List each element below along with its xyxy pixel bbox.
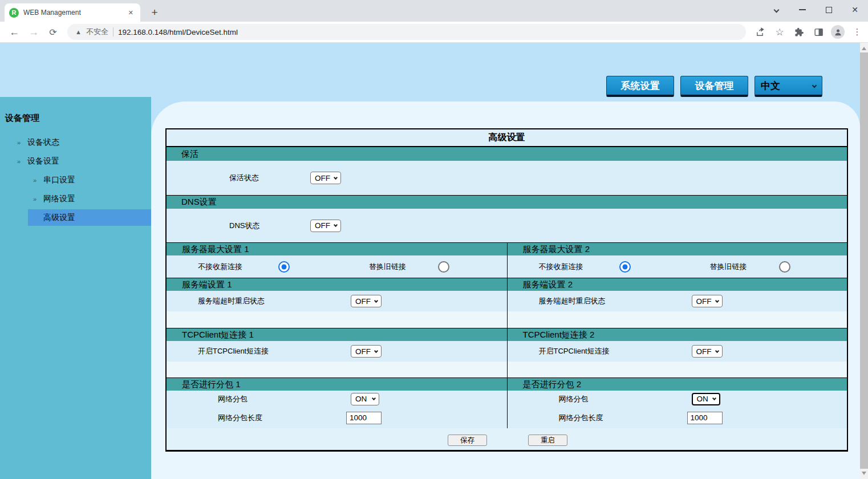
network-packet-label: 网络分包 [559, 394, 589, 404]
chevron-down-icon [374, 348, 378, 352]
minimize-button[interactable] [789, 0, 816, 19]
keepalive-row: 保活状态 OFF [167, 161, 847, 195]
sidebar: 设备管理 » 设备状态 » 设备设置 » 串口设置 » 网络设置 高级设置 [0, 97, 151, 479]
save-button[interactable]: 保存 [448, 435, 487, 446]
sidebar-item-device-settings[interactable]: » 设备设置 [0, 153, 151, 169]
replace-old-link-label: 替换旧链接 [710, 262, 747, 272]
back-icon[interactable]: ← [5, 26, 24, 38]
no-new-connection-radio-1[interactable] [278, 261, 290, 273]
tab-title: WEB Management [23, 9, 121, 17]
advanced-settings-table: 高级设置 保活 保活状态 OFF DNS设置 DNS状态 OFF [165, 128, 848, 452]
side-panel-icon[interactable] [810, 23, 827, 40]
no-new-connection-label: 不接收新连接 [198, 262, 242, 272]
address-bar[interactable]: ▲ 不安全 192.168.0.148/html/DeviceSet.html [67, 24, 746, 40]
system-settings-button[interactable]: 系统设置 [606, 76, 674, 97]
device-management-button[interactable]: 设备管理 [680, 76, 748, 97]
keepalive-status-label: 保活状态 [229, 173, 259, 183]
chevron-down-icon [715, 348, 719, 352]
restart-button[interactable]: 重启 [528, 435, 567, 446]
section-header-dns: DNS设置 [167, 195, 847, 209]
tcpclient-2-row: 开启TCPClient短连接 OFF [508, 341, 847, 362]
section-header-tcpclient-2: TCPClient短连接 2 [508, 328, 847, 341]
packet-length-1-row: 网络分包长度 [167, 407, 507, 428]
section-header-packet-1: 是否进行分包 1 [167, 377, 507, 391]
keepalive-status-select[interactable]: OFF [310, 172, 341, 184]
form-actions-row: 保存 重启 [167, 428, 847, 451]
packet-length-label: 网络分包长度 [218, 413, 262, 423]
packet-length-label: 网络分包长度 [559, 413, 603, 423]
section-header-keepalive: 保活 [167, 147, 847, 161]
column-1: 服务器最大设置 1 不接收新连接 替换旧链接 服务端设置 1 服务端超时重启状态… [167, 242, 507, 428]
browser-chrome: R WEB Management ✕ + ✕ ← → ⟳ ▲ 不安全 192.1… [0, 0, 868, 43]
server-side-1-row: 服务端超时重启状态 OFF [167, 291, 507, 311]
extensions-puzzle-icon[interactable] [790, 23, 808, 40]
packet-length-input-2[interactable] [687, 412, 723, 424]
tcpclient-1-row: 开启TCPClient短连接 OFF [167, 341, 507, 362]
browser-menu-icon[interactable]: ⋮ [849, 23, 866, 40]
tab-search-icon[interactable] [763, 0, 789, 19]
packet-length-2-row: 网络分包长度 [508, 407, 847, 428]
enable-tcpclient-label: 开启TCPClient短连接 [539, 346, 610, 356]
web-page: 系统设置 设备管理 中文 设备管理 » 设备状态 » 设备设置 » 串口设置 »… [0, 43, 868, 479]
server-timeout-restart-select-2[interactable]: OFF [692, 295, 723, 307]
content-panel: 高级设置 保活 保活状态 OFF DNS设置 DNS状态 OFF [151, 102, 860, 479]
section-header-server-side-1: 服务端设置 1 [167, 278, 507, 291]
sidebar-item-device-status[interactable]: » 设备状态 [0, 134, 151, 151]
reload-icon[interactable]: ⟳ [43, 27, 63, 38]
url-text[interactable]: 192.168.0.148/html/DeviceSet.html [118, 28, 238, 36]
dns-status-select[interactable]: OFF [310, 220, 341, 232]
bookmark-star-icon[interactable]: ☆ [771, 23, 788, 40]
share-icon[interactable] [752, 23, 769, 40]
arrow-bullet-icon: » [17, 158, 21, 165]
network-packet-select-2[interactable]: ON [692, 393, 720, 405]
two-column-sections: 服务器最大设置 1 不接收新连接 替换旧链接 服务端设置 1 服务端超时重启状态… [167, 242, 847, 428]
dns-row: DNS状态 OFF [167, 209, 847, 242]
omnibox-separator [113, 27, 113, 36]
no-new-connection-label: 不接收新连接 [539, 262, 583, 272]
chevron-down-icon [812, 83, 817, 88]
page-scrollbar[interactable] [860, 43, 868, 479]
replace-old-link-radio-2[interactable] [779, 261, 790, 273]
page-title: 高级设置 [167, 129, 847, 147]
packet-switch-2-row: 网络分包 ON [508, 391, 847, 407]
tab-close-icon[interactable]: ✕ [126, 8, 136, 18]
packet-length-input-1[interactable] [346, 412, 382, 424]
dns-status-label: DNS状态 [229, 221, 259, 231]
close-window-button[interactable]: ✕ [842, 0, 868, 19]
server-max-2-radio-row: 不接收新连接 替换旧链接 [508, 255, 847, 278]
enable-tcpclient-select-2[interactable]: OFF [692, 345, 723, 358]
section-header-packet-2: 是否进行分包 2 [508, 377, 847, 391]
replace-old-link-radio-1[interactable] [438, 261, 449, 273]
sidebar-item-serial-settings[interactable]: » 串口设置 [0, 172, 151, 188]
maximize-button[interactable] [816, 0, 842, 19]
chevron-down-icon [712, 396, 716, 400]
window-controls: ✕ [763, 0, 868, 19]
scrollbar-thumb[interactable] [860, 52, 868, 469]
not-secure-warning-icon: ▲ [75, 29, 82, 35]
replace-old-link-label: 替换旧链接 [369, 262, 406, 272]
sidebar-item-network-settings[interactable]: » 网络设置 [0, 190, 151, 207]
scroll-down-icon[interactable] [862, 472, 866, 476]
chevron-down-icon [334, 175, 338, 179]
network-packet-select-1[interactable]: ON [351, 393, 379, 405]
enable-tcpclient-select-1[interactable]: OFF [351, 345, 382, 358]
sidebar-title: 设备管理 [0, 97, 151, 124]
toolbar-icons: ☆ ⋮ [752, 23, 866, 40]
language-select[interactable]: 中文 [755, 76, 822, 97]
column-2: 服务器最大设置 2 不接收新连接 替换旧链接 服务端设置 2 服务端超时重启状态… [507, 242, 847, 428]
chevron-down-icon [334, 223, 338, 227]
new-tab-button[interactable]: + [147, 5, 162, 20]
no-new-connection-radio-2[interactable] [619, 261, 631, 273]
profile-avatar[interactable] [829, 23, 846, 40]
server-timeout-restart-label: 服务端超时重启状态 [539, 296, 606, 306]
forward-icon[interactable]: → [24, 26, 43, 38]
network-packet-label: 网络分包 [218, 394, 248, 404]
packet-switch-1-row: 网络分包 ON [167, 391, 507, 407]
sidebar-item-advanced-settings[interactable]: 高级设置 [28, 209, 151, 226]
section-header-server-max-2: 服务器最大设置 2 [508, 242, 847, 255]
arrow-bullet-icon: » [17, 139, 21, 146]
scroll-up-icon[interactable] [862, 46, 866, 50]
server-timeout-restart-select-1[interactable]: OFF [351, 295, 382, 307]
security-label[interactable]: 不安全 [86, 27, 108, 37]
browser-tab[interactable]: R WEB Management ✕ [5, 3, 140, 22]
